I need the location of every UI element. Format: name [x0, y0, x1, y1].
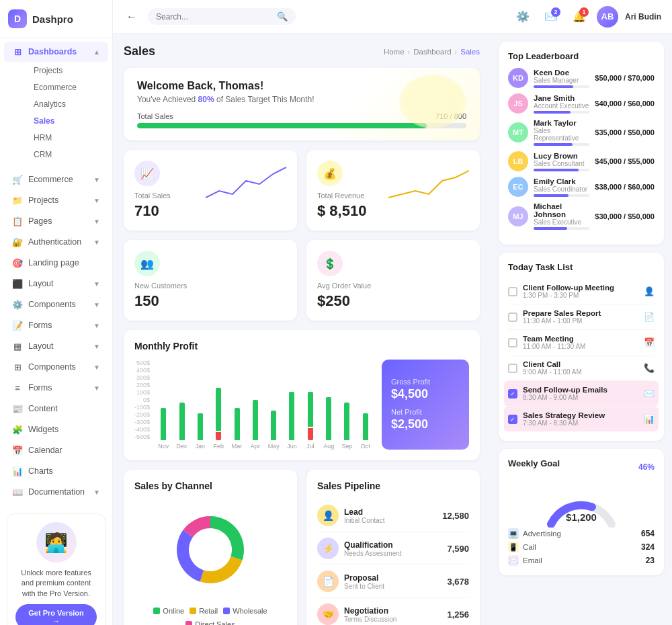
sidebar-dashboards-section: ⊞ Dashboards ▲ Projects Ecommerce Analyt… — [0, 38, 112, 166]
sidebar-item-documentation[interactable]: 📖Documentation ▼ — [4, 482, 108, 502]
task-time: 9:00 AM - 11:00 AM — [523, 368, 638, 376]
stat-value-customers: 150 — [134, 292, 187, 310]
stat-label-customers: New Customers — [134, 282, 187, 290]
task-checkbox[interactable] — [508, 364, 517, 373]
sidebar-item-widgets[interactable]: 🧩Widgets — [4, 419, 108, 440]
task-icon: 📅 — [644, 337, 655, 347]
wstat-label: Advertising — [523, 530, 561, 538]
lb-name: Michael Johnson — [534, 202, 589, 218]
wstat-left: 📱 Call — [508, 542, 536, 552]
sidebar-item-calendar[interactable]: 📅Calendar — [4, 440, 108, 460]
sidebar-item-components2[interactable]: ⊞Components ▼ — [4, 357, 108, 377]
sidebar-item-projects[interactable]: Projects — [28, 62, 108, 79]
pipeline-sublabel: Terms Discussion — [344, 616, 396, 623]
task-checkbox[interactable] — [508, 287, 517, 296]
weekly-stat-row: 📱 Call 324 — [508, 542, 655, 552]
task-row: ✓ Sales Strategy Review 7:30 AM - 8:30 A… — [504, 407, 659, 431]
leaderboard-avatar: MJ — [508, 206, 528, 226]
sparkline-revenue — [388, 161, 469, 201]
messages-button[interactable]: ✉️ 2 — [540, 6, 562, 28]
pipeline-count: 1,256 — [447, 610, 469, 620]
leaderboard-row: MT Mark Taylor Sales Representative $35,… — [508, 119, 655, 146]
task-checkbox[interactable] — [508, 338, 517, 347]
profit-chart-area: 500$ 400$ 300$ 200$ 100$ 0$ -100$ -200$ … — [134, 360, 469, 450]
profit-bar-labels: NovDecJanFebMarAprMayJunJulAugSepOct — [155, 443, 374, 450]
lb-name: Lucy Brown — [534, 152, 589, 160]
sidebar-item-content[interactable]: 📰Content — [4, 399, 108, 419]
lb-role: Sales Consultant — [534, 160, 589, 167]
sidebar-item-charts[interactable]: 📊Charts — [4, 461, 108, 481]
task-title: Send Follow-up Emails — [523, 386, 638, 394]
sidebar-item-crm[interactable]: CRM — [28, 147, 108, 163]
sidebar-item-hrm[interactable]: HRM — [28, 130, 108, 146]
task-text: Client Call 9:00 AM - 11:00 AM — [523, 360, 638, 376]
charts-icon: 📊 — [12, 466, 23, 476]
task-title: Sales Strategy Review — [523, 411, 638, 419]
sidebar-logo: D Dashpro — [0, 0, 112, 38]
settings-button[interactable]: ⚙️ — [512, 6, 534, 28]
task-text: Sales Strategy Review 7:30 AM - 8:30 AM — [523, 411, 638, 427]
weekly-goal-title: Weekly Goal — [508, 458, 560, 468]
sidebar-item-authentication[interactable]: 🔐Authentication ▼ — [4, 232, 108, 252]
sidebar-item-landing[interactable]: 🎯Landing page — [4, 253, 108, 273]
sidebar-item-pages[interactable]: 📋Pages ▼ — [4, 211, 108, 231]
sidebar-item-layout2[interactable]: ▦Layout ▼ — [4, 336, 108, 356]
sidebar-item-sales[interactable]: Sales — [28, 113, 108, 129]
pipeline-title: Sales Pipeline — [317, 481, 469, 491]
sidebar-item-ecommerce2[interactable]: 🛒Ecommerce ▼ — [4, 169, 108, 190]
profit-bars — [155, 360, 374, 440]
weekly-stat-row: ✉️ Email 23 — [508, 555, 655, 566]
leaderboard-info: Michael Johnson Sales Executive — [534, 202, 589, 230]
sidebar-item-components[interactable]: ⚙️Components ▼ — [4, 294, 108, 315]
task-title: Team Meeting — [523, 335, 638, 343]
alerts-badge: 1 — [579, 7, 589, 17]
pipeline-sublabel: Needs Assessment — [344, 550, 402, 557]
content-icon: 📰 — [12, 403, 23, 414]
shopping-icon: 🛒 — [12, 174, 23, 185]
search-input[interactable] — [156, 12, 273, 22]
lb-progress-bg — [534, 111, 589, 114]
task-title: Prepare Sales Report — [523, 309, 638, 317]
sidebar-item-ecommerce[interactable]: Ecommerce — [28, 79, 108, 95]
pipeline-label: Lead — [344, 507, 385, 517]
sidebar-item-forms[interactable]: 📝Forms ▼ — [4, 315, 108, 335]
sidebar-item-layout[interactable]: ⬛Layout ▼ — [4, 274, 108, 294]
get-pro-button[interactable]: Get Pro Version → — [15, 604, 97, 625]
lb-role: Account Executive — [534, 102, 589, 110]
sidebar-item-dashboards[interactable]: ⊞ Dashboards ▲ — [4, 42, 108, 62]
profit-legend: Gross Profit $4,500 Net Profit $2,500 — [382, 360, 469, 450]
lb-progress-bg — [534, 194, 589, 197]
pipeline-label: Proposal — [344, 573, 384, 583]
task-checkbox[interactable]: ✓ — [508, 389, 517, 399]
sidebar-item-forms2[interactable]: ≡Forms ▼ — [4, 378, 108, 398]
sidebar: D Dashpro ⊞ Dashboards ▲ Projects Ecomme… — [0, 0, 113, 625]
center-panel: Sales Home › Dashboard › Sales Welcome B… — [113, 34, 491, 625]
sidebar-item-projects2[interactable]: 📁Projects ▼ — [4, 190, 108, 210]
task-checkbox[interactable] — [508, 312, 517, 322]
stat-info-customers: 👥 New Customers 150 — [134, 251, 187, 310]
lb-amount: $45,000 / $55,000 — [595, 157, 655, 165]
lb-role: Sales Representative — [534, 127, 589, 142]
leaderboard-info: Emily Clark Sales Coordinator — [534, 177, 589, 197]
lb-progress-fill — [534, 85, 573, 88]
welcome-decoration — [399, 75, 466, 128]
task-card: Today Task List Client Follow-up Meeting… — [499, 253, 664, 441]
task-rows: Client Follow-up Meeting 1:30 PM - 3:30 … — [508, 279, 655, 431]
breadcrumb-home: Home — [384, 48, 405, 56]
user-avatar[interactable]: AB — [597, 6, 618, 28]
stat-info-order: 💲 Avg Order Value $250 — [317, 251, 371, 310]
task-checkbox[interactable]: ✓ — [508, 415, 517, 424]
gauge-area: $1,200 — [508, 481, 655, 523]
pipeline-rows: 👤 Lead Initial Contact 12,580 ⚡ Qualific… — [317, 499, 469, 625]
wstat-label: Email — [523, 556, 542, 565]
weekly-header: Weekly Goal 46% — [508, 458, 655, 475]
sidebar-item-analytics[interactable]: Analytics — [28, 96, 108, 112]
weekly-stats: 💻 Advertising 654 📱 Call 324 ✉️ Email 23 — [508, 528, 655, 566]
lb-amount: $38,000 / $60,000 — [595, 183, 655, 191]
alerts-button[interactable]: 🔔 1 — [569, 6, 590, 28]
content-area: Sales Home › Dashboard › Sales Welcome B… — [113, 34, 672, 625]
dashboard-icon: ⊞ — [12, 46, 23, 57]
back-button[interactable]: ← — [124, 8, 140, 26]
pipeline-label: Qualification — [344, 540, 402, 550]
breadcrumb-current: Sales — [460, 48, 480, 56]
